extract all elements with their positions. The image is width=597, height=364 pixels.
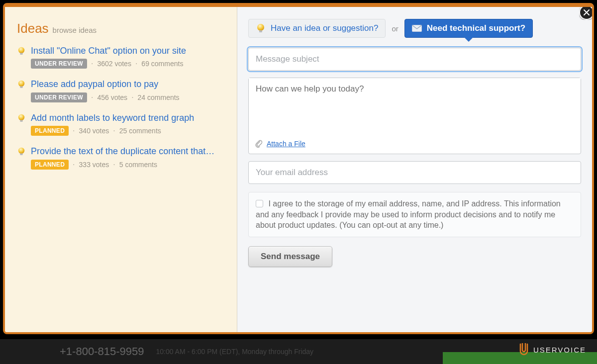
idea-tab-label: Have an idea or suggestion? [271, 23, 378, 33]
idea-comments: 25 comments [119, 127, 161, 135]
svg-point-8 [257, 24, 264, 31]
mode-switch-row: Have an idea or suggestion? or Need tech… [248, 19, 581, 38]
ideas-title: Ideas [17, 21, 49, 36]
lightbulb-icon [17, 47, 26, 56]
idea-item: Please add paypal option to payUNDER REV… [17, 79, 225, 102]
meta-separator: · [131, 93, 133, 102]
message-body-container: Attach a File [248, 78, 581, 154]
idea-comments: 24 comments [138, 93, 180, 101]
footer-phone: +1-800-815-9959 [60, 345, 144, 358]
idea-votes: 456 votes [97, 93, 127, 101]
mail-icon [412, 25, 422, 32]
ideas-sidebar: Ideas browse ideas Install "Online Chat"… [5, 7, 237, 332]
meta-separator: · [91, 59, 93, 68]
meta-separator: · [73, 126, 75, 135]
idea-title-link[interactable]: Please add paypal option to pay [31, 79, 225, 90]
consent-text: I agree to the storage of my email addre… [256, 199, 561, 229]
svg-point-4 [18, 114, 24, 120]
page-footer: +1-800-815-9959 10:00 AM - 6:00 PM (EDT)… [0, 339, 597, 364]
idea-title-link[interactable]: Provide the text of the duplicate conten… [31, 146, 225, 157]
consent-label[interactable]: I agree to the storage of my email addre… [256, 199, 561, 229]
attach-file-link[interactable]: Attach a File [267, 140, 305, 148]
idea-votes: 333 votes [79, 161, 109, 169]
meta-separator: · [113, 126, 115, 135]
attach-row: Attach a File [249, 136, 581, 154]
svg-rect-9 [259, 30, 262, 32]
idea-votes: 340 votes [79, 127, 109, 135]
message-body-input[interactable] [249, 78, 581, 134]
support-tab-label: Need technical support? [427, 23, 525, 33]
status-badge: PLANNED [31, 126, 69, 136]
meta-separator: · [73, 160, 75, 169]
ideas-list: Install "Online Chat" option on your sit… [17, 45, 225, 170]
ideas-header: Ideas browse ideas [17, 21, 225, 36]
meta-separator: · [91, 93, 93, 102]
uservoice-brand[interactable]: USERVOICE [518, 343, 586, 356]
lightbulb-icon [256, 23, 266, 33]
status-badge: UNDER REVIEW [31, 59, 87, 69]
consent-box: I agree to the storage of my email addre… [248, 192, 581, 237]
or-label: or [392, 24, 398, 33]
browse-ideas-link[interactable]: browse ideas [53, 26, 97, 34]
idea-item: Add month labels to keyword trend graphP… [17, 112, 225, 136]
svg-rect-5 [20, 120, 22, 122]
idea-title-link[interactable]: Add month labels to keyword trend graph [31, 112, 225, 124]
idea-title-link[interactable]: Install "Online Chat" option on your sit… [31, 45, 225, 57]
svg-point-6 [18, 148, 24, 154]
support-form-pane: Have an idea or suggestion? or Need tech… [237, 7, 592, 332]
lightbulb-icon [17, 114, 26, 123]
uservoice-brand-label: USERVOICE [533, 346, 586, 354]
svg-rect-7 [20, 154, 22, 156]
svg-point-2 [18, 81, 24, 87]
close-icon [584, 9, 590, 15]
paperclip-icon [255, 140, 263, 148]
widget-frame: Ideas browse ideas Install "Online Chat"… [3, 3, 594, 334]
idea-comments: 69 comments [141, 60, 183, 68]
svg-point-0 [18, 47, 24, 53]
consent-checkbox[interactable] [256, 200, 263, 207]
idea-tab[interactable]: Have an idea or suggestion? [248, 19, 386, 38]
footer-hours: 10:00 AM - 6:00 PM (EDT), Monday through… [156, 348, 313, 356]
subject-input[interactable] [248, 48, 581, 71]
email-input[interactable] [248, 161, 581, 184]
meta-separator: · [113, 160, 115, 169]
lightbulb-icon [17, 80, 26, 89]
status-badge: UNDER REVIEW [31, 92, 87, 102]
uservoice-logo-icon [518, 343, 529, 356]
close-button[interactable] [579, 5, 594, 20]
lightbulb-icon [17, 147, 26, 156]
idea-item: Provide the text of the duplicate conten… [17, 146, 225, 169]
idea-votes: 3602 votes [97, 60, 131, 68]
status-badge: PLANNED [31, 160, 69, 170]
send-message-button[interactable]: Send message [248, 246, 332, 267]
support-tab[interactable]: Need technical support? [404, 19, 533, 38]
idea-item: Install "Online Chat" option on your sit… [17, 45, 225, 69]
svg-rect-3 [20, 87, 22, 89]
svg-rect-1 [20, 53, 22, 55]
idea-comments: 5 comments [119, 161, 157, 169]
meta-separator: · [135, 59, 137, 68]
